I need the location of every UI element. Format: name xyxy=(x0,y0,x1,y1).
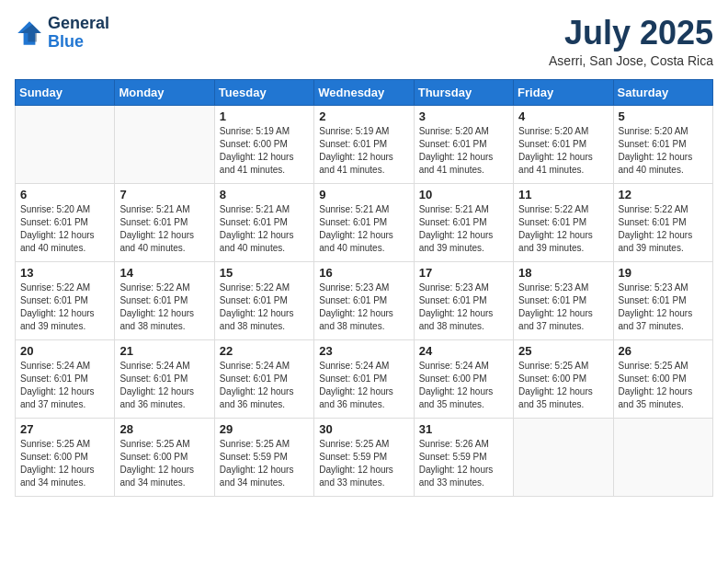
calendar-cell: 14Sunrise: 5:22 AM Sunset: 6:01 PM Dayli… xyxy=(115,261,214,339)
day-number: 15 xyxy=(220,266,309,280)
day-info: Sunrise: 5:26 AM Sunset: 5:59 PM Dayligh… xyxy=(419,438,508,489)
weekday-header: Thursday xyxy=(414,79,513,105)
calendar-cell: 11Sunrise: 5:22 AM Sunset: 6:01 PM Dayli… xyxy=(514,183,613,261)
day-info: Sunrise: 5:25 AM Sunset: 6:00 PM Dayligh… xyxy=(518,360,608,411)
day-info: Sunrise: 5:19 AM Sunset: 6:01 PM Dayligh… xyxy=(319,125,408,177)
logo-line2: Blue xyxy=(48,33,109,52)
day-number: 13 xyxy=(20,266,109,280)
day-info: Sunrise: 5:22 AM Sunset: 6:01 PM Dayligh… xyxy=(619,203,708,255)
calendar-cell: 31Sunrise: 5:26 AM Sunset: 5:59 PM Dayli… xyxy=(414,418,513,496)
day-number: 10 xyxy=(419,188,508,201)
day-number: 27 xyxy=(20,422,109,436)
location: Aserri, San Jose, Costa Rica xyxy=(549,53,713,68)
day-number: 30 xyxy=(319,422,408,436)
day-number: 4 xyxy=(518,109,608,123)
calendar-cell: 10Sunrise: 5:21 AM Sunset: 6:01 PM Dayli… xyxy=(414,183,513,261)
day-info: Sunrise: 5:25 AM Sunset: 6:00 PM Dayligh… xyxy=(619,360,708,411)
calendar-cell: 22Sunrise: 5:24 AM Sunset: 6:01 PM Dayli… xyxy=(214,339,313,418)
day-info: Sunrise: 5:24 AM Sunset: 6:00 PM Dayligh… xyxy=(419,360,508,411)
day-info: Sunrise: 5:21 AM Sunset: 6:01 PM Dayligh… xyxy=(220,203,309,255)
day-info: Sunrise: 5:22 AM Sunset: 6:01 PM Dayligh… xyxy=(518,203,608,255)
calendar-cell xyxy=(115,105,214,183)
day-info: Sunrise: 5:24 AM Sunset: 6:01 PM Dayligh… xyxy=(220,360,309,411)
weekday-header: Sunday xyxy=(16,79,115,105)
week-row: 6Sunrise: 5:20 AM Sunset: 6:01 PM Daylig… xyxy=(16,183,713,261)
day-info: Sunrise: 5:21 AM Sunset: 6:01 PM Dayligh… xyxy=(419,203,508,255)
calendar-cell: 26Sunrise: 5:25 AM Sunset: 6:00 PM Dayli… xyxy=(613,339,712,418)
day-number: 3 xyxy=(419,109,508,123)
calendar-cell: 20Sunrise: 5:24 AM Sunset: 6:01 PM Dayli… xyxy=(16,339,115,418)
day-number: 25 xyxy=(518,344,608,358)
weekday-header: Friday xyxy=(514,79,613,105)
logo-text: General Blue xyxy=(48,15,109,52)
day-number: 12 xyxy=(619,188,708,201)
calendar-cell xyxy=(514,418,613,496)
day-number: 7 xyxy=(119,188,209,201)
page-header: General Blue July 2025 Aserri, San Jose,… xyxy=(15,15,713,68)
day-number: 21 xyxy=(119,344,209,358)
day-number: 29 xyxy=(220,422,309,436)
calendar-cell: 27Sunrise: 5:25 AM Sunset: 6:00 PM Dayli… xyxy=(16,418,115,496)
calendar-cell: 21Sunrise: 5:24 AM Sunset: 6:01 PM Dayli… xyxy=(115,339,214,418)
day-info: Sunrise: 5:21 AM Sunset: 6:01 PM Dayligh… xyxy=(319,203,408,255)
day-info: Sunrise: 5:24 AM Sunset: 6:01 PM Dayligh… xyxy=(319,360,408,411)
day-number: 1 xyxy=(220,109,309,123)
day-number: 28 xyxy=(119,422,209,436)
week-row: 1Sunrise: 5:19 AM Sunset: 6:00 PM Daylig… xyxy=(16,105,713,183)
calendar-cell: 24Sunrise: 5:24 AM Sunset: 6:00 PM Dayli… xyxy=(414,339,513,418)
day-info: Sunrise: 5:24 AM Sunset: 6:01 PM Dayligh… xyxy=(20,360,109,411)
day-number: 5 xyxy=(619,109,708,123)
calendar-cell: 15Sunrise: 5:22 AM Sunset: 6:01 PM Dayli… xyxy=(214,261,313,339)
calendar-cell: 23Sunrise: 5:24 AM Sunset: 6:01 PM Dayli… xyxy=(314,339,414,418)
week-row: 27Sunrise: 5:25 AM Sunset: 6:00 PM Dayli… xyxy=(16,418,713,496)
calendar: SundayMondayTuesdayWednesdayThursdayFrid… xyxy=(15,79,713,497)
logo-line1: General xyxy=(48,15,109,33)
day-number: 19 xyxy=(619,266,708,280)
day-info: Sunrise: 5:23 AM Sunset: 6:01 PM Dayligh… xyxy=(419,282,508,333)
week-row: 13Sunrise: 5:22 AM Sunset: 6:01 PM Dayli… xyxy=(16,261,713,339)
month-year: July 2025 xyxy=(549,15,713,52)
day-number: 24 xyxy=(419,344,508,358)
calendar-cell: 2Sunrise: 5:19 AM Sunset: 6:01 PM Daylig… xyxy=(314,105,414,183)
calendar-cell xyxy=(613,418,712,496)
day-number: 23 xyxy=(319,344,408,358)
title-block: July 2025 Aserri, San Jose, Costa Rica xyxy=(549,15,713,68)
weekday-header: Tuesday xyxy=(214,79,313,105)
calendar-cell: 25Sunrise: 5:25 AM Sunset: 6:00 PM Dayli… xyxy=(514,339,613,418)
calendar-cell xyxy=(16,105,115,183)
weekday-header: Monday xyxy=(115,79,214,105)
day-info: Sunrise: 5:22 AM Sunset: 6:01 PM Dayligh… xyxy=(220,282,309,333)
calendar-cell: 6Sunrise: 5:20 AM Sunset: 6:01 PM Daylig… xyxy=(16,183,115,261)
day-info: Sunrise: 5:19 AM Sunset: 6:00 PM Dayligh… xyxy=(220,125,309,177)
day-number: 2 xyxy=(319,109,408,123)
calendar-cell: 7Sunrise: 5:21 AM Sunset: 6:01 PM Daylig… xyxy=(115,183,214,261)
day-info: Sunrise: 5:20 AM Sunset: 6:01 PM Dayligh… xyxy=(419,125,508,177)
day-info: Sunrise: 5:23 AM Sunset: 6:01 PM Dayligh… xyxy=(518,282,608,333)
calendar-cell: 19Sunrise: 5:23 AM Sunset: 6:01 PM Dayli… xyxy=(613,261,712,339)
day-number: 11 xyxy=(518,188,608,201)
calendar-cell: 17Sunrise: 5:23 AM Sunset: 6:01 PM Dayli… xyxy=(414,261,513,339)
calendar-cell: 9Sunrise: 5:21 AM Sunset: 6:01 PM Daylig… xyxy=(314,183,414,261)
day-info: Sunrise: 5:24 AM Sunset: 6:01 PM Dayligh… xyxy=(119,360,209,411)
logo: General Blue xyxy=(15,15,109,52)
day-info: Sunrise: 5:22 AM Sunset: 6:01 PM Dayligh… xyxy=(20,282,109,333)
calendar-cell: 3Sunrise: 5:20 AM Sunset: 6:01 PM Daylig… xyxy=(414,105,513,183)
day-number: 9 xyxy=(319,188,408,201)
day-info: Sunrise: 5:22 AM Sunset: 6:01 PM Dayligh… xyxy=(119,282,209,333)
calendar-cell: 28Sunrise: 5:25 AM Sunset: 6:00 PM Dayli… xyxy=(115,418,214,496)
day-info: Sunrise: 5:25 AM Sunset: 6:00 PM Dayligh… xyxy=(119,438,209,489)
day-info: Sunrise: 5:20 AM Sunset: 6:01 PM Dayligh… xyxy=(20,203,109,255)
calendar-cell: 29Sunrise: 5:25 AM Sunset: 5:59 PM Dayli… xyxy=(214,418,313,496)
day-number: 31 xyxy=(419,422,508,436)
day-info: Sunrise: 5:23 AM Sunset: 6:01 PM Dayligh… xyxy=(619,282,708,333)
day-info: Sunrise: 5:20 AM Sunset: 6:01 PM Dayligh… xyxy=(619,125,708,177)
calendar-cell: 5Sunrise: 5:20 AM Sunset: 6:01 PM Daylig… xyxy=(613,105,712,183)
calendar-cell: 4Sunrise: 5:20 AM Sunset: 6:01 PM Daylig… xyxy=(514,105,613,183)
calendar-cell: 8Sunrise: 5:21 AM Sunset: 6:01 PM Daylig… xyxy=(214,183,313,261)
day-info: Sunrise: 5:21 AM Sunset: 6:01 PM Dayligh… xyxy=(119,203,209,255)
day-info: Sunrise: 5:20 AM Sunset: 6:01 PM Dayligh… xyxy=(518,125,608,177)
day-number: 20 xyxy=(20,344,109,358)
day-info: Sunrise: 5:25 AM Sunset: 6:00 PM Dayligh… xyxy=(20,438,109,489)
day-info: Sunrise: 5:25 AM Sunset: 5:59 PM Dayligh… xyxy=(319,438,408,489)
day-number: 6 xyxy=(20,188,109,201)
